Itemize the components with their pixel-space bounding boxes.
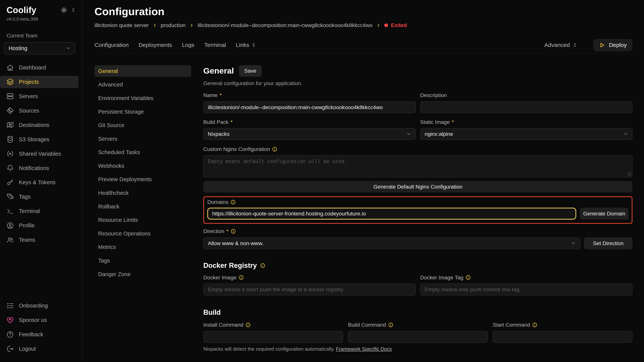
subnav-item-preview-deployments[interactable]: Preview Deployments	[94, 174, 191, 185]
sidebar: Coolify v4.0.0-beta.399 Current Team Hos…	[0, 0, 82, 362]
info-icon	[230, 229, 236, 234]
framework-docs-link[interactable]: Framework Specific Docs	[336, 346, 392, 352]
set-direction-button[interactable]: Set Direction	[584, 237, 632, 249]
info-icon	[230, 200, 236, 205]
subnav-item-tags[interactable]: Tags	[94, 255, 191, 267]
docker-image-tag-input[interactable]	[420, 284, 633, 296]
subnav-item-git-source[interactable]: Git Source	[94, 119, 191, 131]
tab-links[interactable]: Links	[236, 42, 256, 48]
sidebar-item-servers[interactable]: Servers	[0, 90, 82, 102]
domains-input[interactable]	[207, 208, 576, 220]
breadcrumb-project[interactable]: illicitonion quote server	[94, 22, 149, 28]
breadcrumb-application[interactable]: illicitestonion/-module--decomposition:m…	[198, 22, 372, 28]
content: General Advanced Environment Variables P…	[94, 53, 632, 362]
chevron-down-icon	[406, 131, 411, 136]
sun-icon[interactable]	[60, 6, 68, 14]
sidebar-item-notifications[interactable]: Notifications	[0, 162, 82, 174]
section-title: General	[203, 66, 234, 75]
subnav-item-rollback[interactable]: Rollback	[94, 201, 191, 212]
save-button[interactable]: Save	[239, 65, 262, 76]
subnav-item-resource-limits[interactable]: Resource Limits	[94, 214, 191, 226]
database-icon	[6, 135, 14, 143]
sidebar-menu: Dashboard Projects Servers Sources Desti…	[0, 61, 82, 300]
generate-nginx-button[interactable]: Generate Default Nginx Configuration	[203, 181, 632, 193]
required-marker: *	[452, 119, 454, 125]
tabbar: Configuration Deployments Logs Terminal …	[94, 37, 632, 53]
sidebar-item-sponsor[interactable]: Sponsor us	[0, 314, 82, 326]
sidebar-item-onboarding[interactable]: Onboarding	[0, 300, 82, 312]
breadcrumb: illicitonion quote server production ill…	[94, 22, 632, 28]
start-command-input[interactable]	[493, 331, 632, 343]
subnav-item-metrics[interactable]: Metrics	[94, 241, 191, 253]
sidebar-footer: Onboarding Sponsor us Feedback Logout	[0, 300, 82, 362]
home-icon	[6, 64, 14, 71]
static-image-select[interactable]: nginx:alpine	[420, 128, 633, 140]
sidebar-item-logout[interactable]: Logout	[0, 343, 82, 355]
sidebar-item-teams[interactable]: Teams	[0, 234, 82, 246]
user-circle-icon	[6, 222, 14, 229]
sidebar-item-s3-storages[interactable]: S3 Storages	[0, 133, 82, 145]
description-field: Description	[420, 92, 633, 113]
build-heading: Build	[203, 309, 632, 317]
subnav-item-persistent-storage[interactable]: Persistent Storage	[94, 106, 191, 117]
sidebar-item-sources[interactable]: Sources	[0, 104, 82, 117]
sidebar-item-shared-variables[interactable]: Shared Variables	[0, 148, 82, 160]
docker-image-input[interactable]	[203, 284, 416, 296]
breadcrumb-environment[interactable]: production	[161, 22, 186, 28]
sidebar-item-dashboard[interactable]: Dashboard	[0, 61, 82, 74]
deploy-button[interactable]: Deploy	[593, 39, 632, 51]
tab-logs[interactable]: Logs	[182, 42, 194, 48]
build-pack-field: Build Pack* Nixpacks	[203, 119, 416, 140]
sidebar-item-destinations[interactable]: Destinations	[0, 119, 82, 131]
config-subnav: General Advanced Environment Variables P…	[94, 65, 191, 362]
tab-deployments[interactable]: Deployments	[138, 42, 172, 48]
required-marker: *	[220, 92, 222, 98]
chevron-right-icon	[152, 23, 157, 28]
install-command-field: Install Command	[203, 322, 343, 343]
theme-updown-icon[interactable]	[70, 7, 76, 13]
sidebar-item-profile[interactable]: Profile	[0, 219, 82, 232]
subnav-item-healthcheck[interactable]: Healthcheck	[94, 187, 191, 199]
subnav-item-scheduled-tasks[interactable]: Scheduled Tasks	[94, 147, 191, 158]
team-select[interactable]: Hosting	[4, 42, 75, 54]
tab-terminal[interactable]: Terminal	[204, 42, 226, 48]
help-circle-icon	[6, 331, 14, 338]
static-image-field: Static Image* nginx:alpine	[420, 119, 633, 140]
git-icon	[6, 107, 14, 114]
name-field: Name*	[203, 92, 416, 113]
subnav-item-advanced[interactable]: Advanced	[94, 79, 191, 90]
advanced-dropdown[interactable]: Advanced	[544, 42, 578, 48]
build-command-input[interactable]	[348, 331, 488, 343]
build-pack-select[interactable]: Nixpacks	[203, 128, 416, 140]
nixpacks-note: Nixpacks will detect the required config…	[203, 346, 632, 352]
tags-icon	[6, 193, 14, 201]
direction-field: Direction* Allow www & non-www. Set Dire…	[203, 228, 632, 249]
sidebar-item-terminal[interactable]: Terminal	[0, 205, 82, 217]
sidebar-item-projects[interactable]: Projects	[0, 76, 78, 88]
subnav-item-resource-operations[interactable]: Resource Operations	[94, 228, 191, 239]
required-marker: *	[226, 228, 228, 234]
custom-nginx-textarea[interactable]	[203, 155, 632, 177]
sidebar-item-keys-tokens[interactable]: Keys & Tokens	[0, 176, 82, 189]
advanced-updown-icon	[572, 42, 578, 48]
description-input[interactable]	[420, 101, 633, 113]
build-command-field: Build Command	[348, 322, 488, 343]
sidebar-item-tags[interactable]: Tags	[0, 191, 82, 203]
subnav-item-danger-zone[interactable]: Danger Zone	[94, 268, 191, 280]
heart-handshake-icon	[6, 316, 14, 324]
tab-configuration[interactable]: Configuration	[94, 42, 129, 48]
info-icon	[245, 322, 251, 328]
status-dot	[384, 23, 388, 27]
subnav-item-servers[interactable]: Servers	[94, 133, 191, 144]
subnav-item-environment-variables[interactable]: Environment Variables	[94, 92, 191, 104]
subnav-item-webhooks[interactable]: Webhooks	[94, 160, 191, 172]
chevron-down-icon	[66, 46, 71, 51]
install-command-input[interactable]	[203, 331, 343, 343]
name-input[interactable]	[203, 101, 416, 113]
generate-domain-button[interactable]: Generate Domain	[580, 208, 628, 220]
sidebar-item-feedback[interactable]: Feedback	[0, 328, 82, 341]
variable-icon	[6, 150, 14, 158]
subnav-item-general[interactable]: General	[94, 65, 191, 77]
direction-select[interactable]: Allow www & non-www.	[203, 237, 580, 249]
info-icon	[466, 275, 471, 280]
